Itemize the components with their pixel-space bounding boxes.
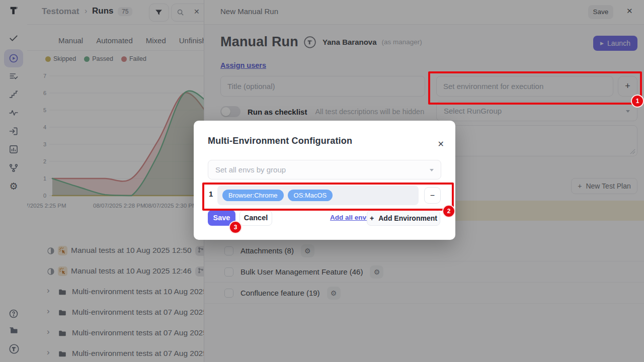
annotation-badge-3: 3 <box>229 221 242 234</box>
add-environment-label: Add Environment <box>378 214 437 222</box>
add-all-envs-link[interactable]: Add all envs <box>330 214 370 221</box>
chevron-down-icon <box>430 169 434 171</box>
environment-rows: 1Browser:ChromeOS:MacOS− <box>194 184 455 206</box>
annotation-badge-1: 1 <box>631 95 644 108</box>
env-group-select[interactable]: Set all envs by group <box>208 160 441 179</box>
environment-row: 1Browser:ChromeOS:MacOS− <box>194 184 455 206</box>
remove-env-row-button[interactable]: − <box>424 187 441 204</box>
app-window: ⚙ Testomat › Runs 75 ✕ ManualAutom <box>0 0 644 362</box>
env-group-placeholder: Set all envs by group <box>215 165 286 174</box>
env-tag[interactable]: OS:MacOS <box>288 190 333 201</box>
modal-cancel-button[interactable]: Cancel <box>239 210 272 226</box>
annotation-badge-2: 2 <box>442 205 455 218</box>
env-tag[interactable]: Browser:Chrome <box>222 190 284 201</box>
add-environment-button[interactable]: + Add Environment <box>367 210 440 226</box>
modal-title: Multi-Environment Configuration <box>208 136 352 146</box>
plus-icon: + <box>370 214 374 222</box>
modal-close-icon[interactable]: ✕ <box>438 139 444 149</box>
env-tags-field[interactable]: Browser:ChromeOS:MacOS <box>217 186 419 205</box>
env-row-index: 1 <box>209 190 213 198</box>
